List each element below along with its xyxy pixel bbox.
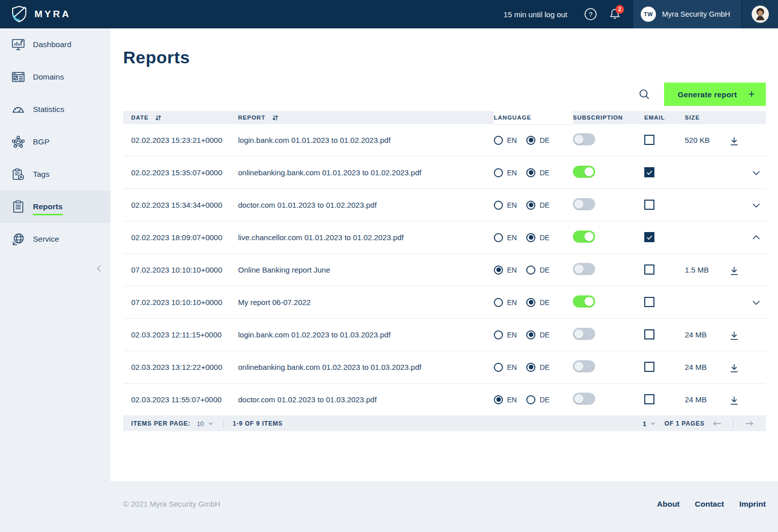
sidebar-item-domains[interactable]: Domains	[0, 61, 110, 93]
table-body: 02.02.2023 15:23:21+0000 login.bank.com …	[123, 124, 766, 416]
expand-chevron-icon[interactable]	[751, 297, 762, 308]
report-size: 1.5 MB	[685, 265, 729, 274]
report-date: 02.02.2023 18:09:07+0000	[131, 233, 238, 242]
brand-logo[interactable]: MYRA	[0, 5, 71, 23]
subscription-toggle[interactable]	[573, 393, 595, 405]
subscription-toggle[interactable]	[573, 263, 595, 275]
download-icon[interactable]	[729, 328, 740, 341]
expand-chevron-icon[interactable]	[751, 232, 762, 243]
chevron-down-icon	[649, 420, 656, 427]
next-page-button[interactable]	[745, 420, 754, 427]
help-icon: ?	[584, 8, 597, 21]
language-radio-de[interactable]: DE	[526, 395, 549, 404]
language-radio-de[interactable]: DE	[526, 201, 549, 210]
email-checkbox[interactable]	[644, 232, 654, 242]
language-radio-de[interactable]: DE	[526, 168, 549, 177]
report-name: Online Banking report June	[238, 265, 494, 274]
language-radio-de[interactable]: DE	[526, 265, 549, 275]
sidebar-item-statistics[interactable]: Statistics	[0, 93, 110, 126]
items-per-page-select[interactable]: 10	[197, 420, 214, 428]
language-radio-en[interactable]: EN	[494, 233, 517, 242]
check-icon	[646, 234, 653, 241]
download-icon[interactable]	[729, 393, 740, 406]
footer-link-contact[interactable]: Contact	[695, 500, 724, 509]
page-title: Reports	[123, 28, 766, 67]
notifications-button[interactable]: 2	[605, 4, 625, 24]
column-header-subscription: SUBSCRIPTION	[573, 111, 644, 124]
expand-chevron-icon[interactable]	[751, 200, 762, 211]
sort-icon[interactable]	[271, 113, 280, 122]
sidebar-items: Dashboard Domains Statistics BGP Tags Re…	[0, 28, 110, 255]
language-radio-de[interactable]: DE	[526, 298, 549, 307]
user-menu[interactable]	[742, 0, 778, 28]
subscription-toggle[interactable]	[573, 231, 595, 243]
footer-link-imprint[interactable]: Imprint	[739, 500, 766, 509]
subscription-toggle[interactable]	[573, 166, 595, 178]
footer-link-about[interactable]: About	[657, 500, 680, 509]
language-radio-en[interactable]: EN	[494, 298, 517, 307]
report-name: live.chancellor.com 01.01.2023 to 01.02.…	[238, 233, 494, 242]
main-content: Reports Generate report + DATE REP	[110, 28, 778, 481]
items-per-page-label: ITEMS PER PAGE:	[131, 420, 190, 427]
generate-report-button[interactable]: Generate report +	[664, 83, 766, 106]
language-radio-de[interactable]: DE	[526, 233, 549, 242]
report-date: 07.02.2023 10:10:10+0000	[131, 265, 238, 274]
email-checkbox[interactable]	[644, 394, 654, 404]
language-radio-de[interactable]: DE	[526, 330, 549, 339]
report-name: login.bank.com 01.02.2023 to 01.03.2023.…	[238, 330, 494, 339]
sort-icon[interactable]	[154, 113, 163, 122]
email-checkbox[interactable]	[644, 135, 654, 145]
language-radio-en[interactable]: EN	[494, 395, 517, 404]
sidebar-item-bgp[interactable]: BGP	[0, 126, 110, 158]
search-button[interactable]	[637, 87, 652, 102]
language-radio-de[interactable]: DE	[526, 136, 549, 145]
check-icon	[646, 169, 653, 176]
sidebar-item-label: Tags	[33, 170, 50, 179]
report-size: 24 MB	[685, 363, 729, 371]
download-icon[interactable]	[729, 263, 740, 276]
download-icon[interactable]	[729, 134, 740, 146]
toolbar: Generate report +	[123, 83, 766, 106]
page-select[interactable]: 1	[643, 420, 656, 428]
language-radio-en[interactable]: EN	[494, 265, 517, 275]
subscription-toggle[interactable]	[573, 295, 595, 308]
sidebar-item-tags[interactable]: Tags	[0, 158, 110, 191]
subscription-toggle[interactable]	[573, 328, 595, 340]
report-name: onlinebanking.bank.com 01.01.2023 to 01.…	[238, 168, 494, 177]
pages-count-label: OF 1 PAGES	[665, 420, 705, 427]
language-radio-de[interactable]: DE	[526, 363, 549, 372]
expand-chevron-icon[interactable]	[751, 167, 762, 178]
email-checkbox[interactable]	[644, 264, 654, 275]
download-icon[interactable]	[729, 361, 740, 373]
subscription-toggle[interactable]	[573, 133, 595, 145]
column-header-date: DATE	[131, 111, 238, 124]
report-name: doctor.com 01.02.2023 to 01.03.2023.pdf	[238, 395, 494, 404]
sidebar-item-service[interactable]: Service	[0, 223, 110, 255]
sidebar-item-label: Dashboard	[33, 40, 71, 49]
table-header: DATE REPORT LANGUAGE SUBSCRIPTION EMAIL …	[123, 111, 766, 124]
language-radio-en[interactable]: EN	[494, 330, 517, 339]
language-radio-en[interactable]: EN	[494, 201, 517, 210]
language-radio-en[interactable]: EN	[494, 136, 517, 145]
reports-table: DATE REPORT LANGUAGE SUBSCRIPTION EMAIL …	[123, 111, 766, 416]
arrow-right-icon	[745, 420, 754, 427]
email-checkbox[interactable]	[644, 200, 654, 210]
sidebar-item-icon	[10, 36, 26, 53]
previous-page-button[interactable]	[713, 420, 722, 427]
email-checkbox[interactable]	[644, 329, 654, 339]
language-radio-en[interactable]: EN	[494, 168, 517, 177]
subscription-toggle[interactable]	[573, 360, 595, 372]
sidebar-collapse-button[interactable]	[92, 261, 106, 276]
language-radio-en[interactable]: EN	[494, 363, 517, 372]
sidebar-item-reports[interactable]: Reports	[0, 191, 110, 223]
sidebar-item-dashboard[interactable]: Dashboard	[0, 28, 110, 61]
help-button[interactable]: ?	[580, 4, 601, 24]
search-icon	[638, 88, 650, 100]
email-checkbox[interactable]	[644, 362, 654, 372]
sidebar-item-icon	[10, 134, 26, 150]
subscription-toggle[interactable]	[573, 198, 595, 210]
chevron-left-icon	[95, 264, 104, 273]
email-checkbox[interactable]	[644, 167, 654, 177]
email-checkbox[interactable]	[644, 297, 654, 307]
account-menu[interactable]: TW Myra Security GmbH	[633, 0, 742, 28]
